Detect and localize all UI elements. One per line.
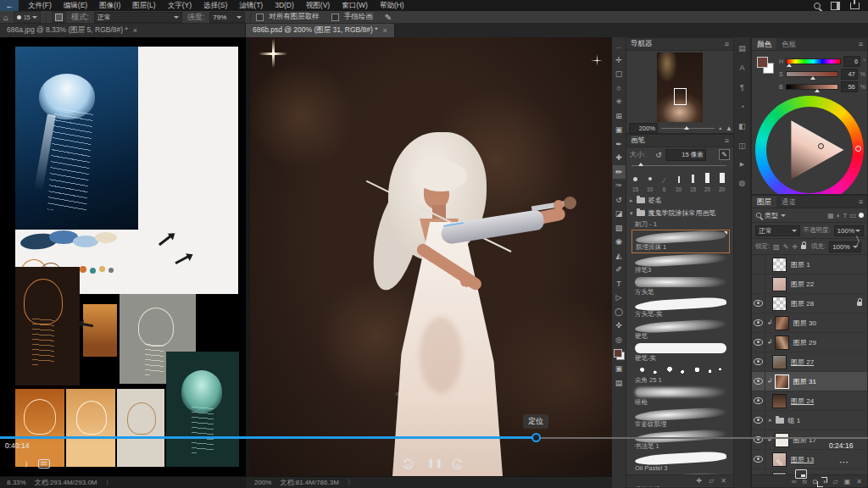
brightness-slider[interactable] (786, 84, 838, 90)
search-icon[interactable] (814, 3, 821, 9)
layer-row[interactable]: 图层 1 (752, 255, 867, 274)
history-brush-tool-icon[interactable]: ↺ (613, 193, 626, 208)
timeline-handle[interactable] (531, 433, 541, 442)
volume-icon[interactable] (18, 459, 28, 468)
filter-pixel-icon[interactable]: ▦ (827, 212, 834, 219)
timeline-progress[interactable] (0, 436, 532, 439)
eye-icon[interactable] (754, 397, 763, 404)
canvas-document[interactable] (246, 37, 612, 476)
marquee-tool-icon[interactable]: ▢ (613, 67, 626, 81)
brush-preset[interactable]: 10 (643, 171, 657, 192)
new-brush-icon[interactable]: ✚ (696, 477, 702, 485)
brush-item[interactable]: 喷枪 (632, 385, 730, 408)
layer-row[interactable]: 图层 24 (752, 391, 867, 411)
close-icon[interactable]: × (133, 26, 137, 35)
eye-icon[interactable] (754, 319, 763, 326)
brush-item[interactable]: 排笔3 (632, 253, 730, 275)
clone-stamp-tool-icon[interactable]: ✑ (613, 179, 626, 193)
zoom-readout[interactable]: 200% (254, 479, 271, 486)
hue-value[interactable]: 6 (843, 56, 860, 67)
status-chevron-icon[interactable]: 〉 (106, 478, 113, 487)
lasso-tool-icon[interactable]: ○ (613, 81, 626, 96)
zoom-tool-icon[interactable]: ◎ (613, 333, 626, 347)
brush-folder-smudge-set[interactable]: ▾ 魔鬼学院涂抹常用画笔 (630, 207, 732, 219)
crop-tool-icon[interactable]: ⊞ (613, 109, 626, 124)
filter-toggle-icon[interactable] (859, 213, 864, 218)
menu-help[interactable]: 帮助(H) (374, 0, 410, 11)
filter-adjustment-icon[interactable]: ◐ (837, 212, 841, 219)
danmaku-icon[interactable] (38, 459, 50, 469)
brush-preset[interactable]: 15 (686, 171, 700, 192)
brush-preset[interactable]: ∕6 (657, 171, 671, 192)
zoom-out-icon[interactable]: ▲ (718, 125, 722, 130)
eyedropper-tool-icon[interactable]: ✒ (613, 137, 626, 152)
brush-size-field[interactable]: 15 像素 (665, 149, 706, 161)
layer-row[interactable]: ↳图层 29 (752, 333, 867, 352)
zoom-readout[interactable]: 8.33% (7, 479, 26, 486)
strength-dropdown[interactable]: 79% (209, 12, 245, 23)
brush-tool-icon[interactable]: ✏ (613, 165, 626, 180)
brush-size-slider[interactable] (638, 163, 643, 166)
new-group-icon[interactable]: ▱ (709, 477, 714, 485)
brush-item[interactable]: 方头笔-实 (632, 297, 730, 319)
brush-preset[interactable]: 20 (700, 171, 715, 192)
eye-icon[interactable] (754, 417, 763, 424)
character-panel-icon[interactable]: A (739, 64, 744, 72)
gradient-tool-icon[interactable]: ▨ (613, 221, 626, 236)
delete-layer-icon[interactable]: ✕ (856, 478, 862, 485)
tab-color[interactable]: 颜色 (752, 38, 776, 50)
exit-fullscreen-icon[interactable] (817, 477, 827, 487)
navigator-view-box[interactable] (674, 88, 687, 105)
expand-icon[interactable]: ▸ (769, 417, 772, 424)
layer-row-selected[interactable]: ↳图层 31 (752, 372, 867, 391)
group-row[interactable]: ▸组 1 (752, 411, 867, 430)
brush-item[interactable]: 书法笔 1 (632, 430, 730, 452)
menu-edit[interactable]: 编辑(E) (58, 0, 93, 11)
toggle-brush-panel-icon[interactable] (52, 11, 66, 23)
finger-painting-checkbox[interactable] (331, 14, 339, 21)
color-swatch-pair[interactable] (757, 57, 774, 74)
menu-type[interactable]: 文字(Y) (162, 0, 198, 11)
layer-row[interactable]: 图层 22 (752, 274, 867, 294)
home-icon[interactable]: ⌂ (3, 13, 8, 22)
filter-type-label[interactable]: 类型 (765, 211, 778, 220)
adjustments-panel-icon[interactable]: ◧ (738, 122, 746, 130)
type-tool-icon[interactable]: T (613, 277, 626, 291)
timeline-panel-icon[interactable]: ▶ (740, 161, 744, 168)
tab-swatches[interactable]: 色板 (776, 38, 801, 50)
brush-preset[interactable]: 15 (628, 171, 643, 192)
layer-row[interactable]: 图层 13 (752, 450, 867, 469)
pen-tool-icon[interactable]: ✐ (613, 263, 626, 277)
layer-row[interactable]: 图层 28 (752, 294, 867, 313)
workspace-icon[interactable] (831, 2, 840, 10)
mini-player-icon[interactable] (795, 469, 807, 479)
shape-tool-icon[interactable]: ◯ (613, 305, 626, 319)
forward-30-button[interactable]: 30 (451, 458, 465, 471)
brush-item[interactable]: 常姿纹肌理 (632, 408, 730, 430)
blur-tool-icon[interactable]: ◉ (613, 235, 626, 249)
navigator-zoom-slider[interactable] (684, 126, 689, 130)
libraries-panel-icon[interactable]: ◫ (738, 141, 746, 150)
filter-shape-icon[interactable]: ▭ (849, 212, 856, 219)
status-chevron-icon[interactable]: 〉 (348, 478, 354, 487)
brush-item[interactable]: 硬笔-实 (632, 341, 730, 363)
toolbar-overflow-icon[interactable]: … (613, 39, 626, 53)
new-group-icon[interactable]: ▱ (833, 478, 838, 485)
lock-position-icon[interactable]: ✛ (792, 243, 798, 251)
menu-file[interactable]: 文件(F) (22, 0, 58, 11)
brush-preset[interactable]: 10 (671, 171, 686, 192)
menu-filter[interactable]: 滤镜(T) (233, 0, 269, 11)
sample-all-layers-checkbox[interactable] (256, 14, 264, 21)
brush-folder-signature[interactable]: ▸ 签名 (630, 194, 732, 207)
foreground-background-swatches[interactable] (614, 349, 625, 360)
note-pencil-icon[interactable]: ✎ (776, 458, 783, 469)
tab-686b[interactable]: 686b.psd @ 200% (图层 31, RGB/8#) * × (246, 24, 395, 37)
panel-menu-icon[interactable]: ≡ (725, 136, 729, 145)
eye-icon[interactable] (754, 339, 763, 346)
info-panel-icon[interactable]: ◍ (739, 179, 746, 187)
path-select-tool-icon[interactable]: ▷ (613, 291, 626, 305)
rewind-10-button[interactable]: 10 (401, 458, 415, 471)
delete-brush-icon[interactable]: ✕ (721, 477, 726, 485)
brush-preset[interactable]: 20 (715, 171, 729, 192)
layer-row[interactable]: 图层 27 (752, 352, 867, 372)
